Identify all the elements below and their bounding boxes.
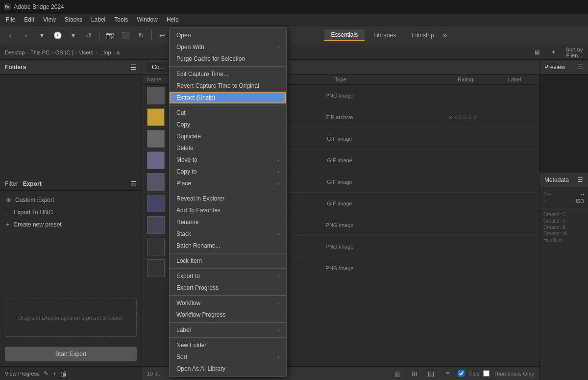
export-menu-icon[interactable]: ☰	[130, 180, 137, 188]
export-dng-icon: ≡	[6, 208, 10, 216]
tab-filmstrip[interactable]: Filmstrip	[405, 30, 441, 41]
preview-label: Preview	[544, 64, 565, 71]
tiles-checkbox[interactable]	[458, 370, 465, 377]
tab-essentials[interactable]: Essentials	[324, 29, 365, 41]
context-menu-item-open[interactable]: Open	[170, 29, 286, 41]
context-menu-item-copy[interactable]: Copy	[170, 119, 286, 130]
meta-creator-w: Creator: W	[543, 230, 584, 237]
context-menu-item-label: Extract (Unzip)	[176, 94, 279, 101]
context-menu-item-label: Batch Rename...	[176, 242, 279, 249]
export-dng-option[interactable]: ≡ Export To DNG	[0, 206, 142, 218]
thumbnails-only-checkbox[interactable]	[483, 370, 490, 377]
meta-creator-p: Creator: P	[543, 218, 584, 224]
list-view-2[interactable]: ≡	[441, 367, 454, 380]
menu-window[interactable]: Window	[133, 15, 162, 24]
filter-dropdown[interactable]: ▾	[545, 48, 563, 57]
toolbar: ‹ › ▾ 🕐 ▾ ↺ 📷 ⬛ ↻ ↩ ↪ Essentials Librari…	[0, 25, 588, 45]
tab-libraries[interactable]: Libraries	[367, 30, 403, 41]
grid-view-1[interactable]: ▦	[392, 367, 404, 380]
context-menu-item-open-ai-library[interactable]: Open As AI Library	[170, 363, 286, 375]
context-menu-item-reveal-explorer[interactable]: Reveal in Explorer	[170, 193, 286, 204]
tiles-label: Tiles	[468, 371, 480, 377]
context-menu-item-label: Copy to	[176, 168, 275, 175]
context-menu-item-edit-capture-time[interactable]: Edit Capture Time...	[170, 68, 286, 80]
rotate-ccw[interactable]: ↺	[82, 29, 95, 42]
more-tabs-icon[interactable]: »	[443, 31, 447, 40]
context-menu-item-stack[interactable]: Stack›	[170, 228, 286, 240]
col-label-header: Label	[495, 76, 534, 82]
breadcrumb-a[interactable]: a	[117, 50, 120, 55]
sort-button[interactable]: Sort by Filen...	[565, 48, 583, 57]
breadcrumb-osc[interactable]: OS (C:)	[55, 50, 74, 55]
context-menu-item-label[interactable]: Label›	[170, 324, 286, 336]
context-menu-item-export-progress[interactable]: Export Progress	[170, 282, 286, 294]
filter-icon[interactable]: ▤	[532, 48, 542, 57]
context-menu-item-batch-rename[interactable]: Batch Rename...	[170, 240, 286, 252]
context-menu-item-workflow-progress[interactable]: Workflow Progress	[170, 309, 286, 321]
context-menu-item-export-to[interactable]: Export to›	[170, 270, 286, 282]
camera-button[interactable]: 📷	[103, 29, 116, 42]
context-menu-item-delete[interactable]: Delete	[170, 142, 286, 154]
folders-menu-icon[interactable]: ☰	[130, 63, 137, 71]
history-button[interactable]: ▾	[67, 29, 79, 42]
context-menu-item-sort[interactable]: Sort›	[170, 351, 286, 363]
breadcrumb-top[interactable]: ...top	[99, 50, 111, 55]
add-progress-icon[interactable]: +	[52, 370, 56, 378]
meta-row-1: -- ISO	[543, 198, 584, 205]
context-menu-item-move-to[interactable]: Move to›	[170, 154, 286, 166]
preview-header: Preview ☰	[539, 60, 588, 75]
start-export-button[interactable]: Start Export	[5, 347, 137, 361]
context-menu-item-cut[interactable]: Cut	[170, 107, 286, 119]
context-menu-item-rename[interactable]: Rename	[170, 216, 286, 228]
context-menu-item-label: Move to	[176, 156, 275, 163]
breadcrumb-desktop[interactable]: Desktop	[5, 50, 24, 55]
app-title: Adobe Bridge 2024	[14, 3, 64, 10]
list-view-1[interactable]: ▤	[425, 367, 438, 380]
delete-progress-icon[interactable]: 🗑	[60, 370, 67, 378]
nav-dropdown[interactable]: ▾	[35, 29, 48, 42]
context-menu-item-label: Cut	[176, 109, 279, 116]
menu-help[interactable]: Help	[163, 15, 183, 24]
context-menu-item-new-folder[interactable]: New Folder	[170, 339, 286, 351]
context-menu-item-purge-cache[interactable]: Purge Cache for Selection	[170, 53, 286, 65]
breadcrumb-users[interactable]: Users	[79, 50, 94, 55]
metadata-menu-icon[interactable]: ☰	[578, 177, 583, 183]
edit-icon[interactable]: ✎	[44, 370, 49, 377]
back-button[interactable]: ‹	[4, 29, 17, 42]
context-menu-item-extract-unzip[interactable]: Extract (Unzip)	[170, 92, 286, 103]
content-tab-label: Co...	[152, 64, 164, 71]
content-tab-main[interactable]: Co...	[147, 62, 169, 73]
drag-drop-text: Drag and Drop images on a preset to expo…	[18, 315, 123, 321]
context-menu-item-add-favorites[interactable]: Add To Favorites	[170, 204, 286, 216]
context-menu-item-duplicate[interactable]: Duplicate	[170, 130, 286, 142]
context-menu-item-open-with[interactable]: Open With›	[170, 41, 286, 53]
grid-view-2[interactable]: ⊞	[408, 367, 421, 380]
custom-export-icon: ⊕	[6, 196, 11, 203]
context-menu-item-revert-capture[interactable]: Revert Capture Time to Original	[170, 80, 286, 92]
menu-edit[interactable]: Edit	[20, 15, 38, 24]
context-menu-item-place[interactable]: Place›	[170, 177, 286, 189]
menu-stacks[interactable]: Stacks	[61, 15, 86, 24]
context-menu-item-label: Open As AI Library	[176, 365, 279, 372]
file-rating: ⊘☆☆☆☆☆	[433, 114, 492, 121]
context-menu-item-copy-to[interactable]: Copy to›	[170, 166, 286, 177]
recent-button[interactable]: 🕐	[51, 29, 64, 42]
metadata-header: Metadata ☰	[539, 173, 588, 187]
undo-button[interactable]: ↩	[156, 29, 169, 42]
breadcrumb-thispc[interactable]: This PC	[30, 50, 49, 55]
menu-view[interactable]: View	[39, 15, 60, 24]
menu-tools[interactable]: Tools	[110, 15, 132, 24]
create-preset-option[interactable]: + Create new preset	[0, 218, 142, 230]
preview-menu-icon[interactable]: ☰	[578, 64, 583, 71]
refresh-button[interactable]: ↻	[135, 29, 147, 42]
context-menu-item-label: Workflow	[176, 300, 275, 306]
forward-button[interactable]: ›	[20, 29, 32, 42]
menu-label[interactable]: Label	[87, 15, 109, 24]
menu-file[interactable]: File	[2, 15, 19, 24]
context-menu-item-workflow[interactable]: Workflow›	[170, 297, 286, 309]
context-menu-item-label: Workflow Progress	[176, 311, 279, 318]
export-button[interactable]: ⬛	[119, 29, 132, 42]
custom-export-option[interactable]: ⊕ Custom Export	[0, 194, 142, 206]
items-count: 10 it...	[147, 371, 162, 377]
context-menu-item-lock-item[interactable]: Lock Item	[170, 255, 286, 267]
